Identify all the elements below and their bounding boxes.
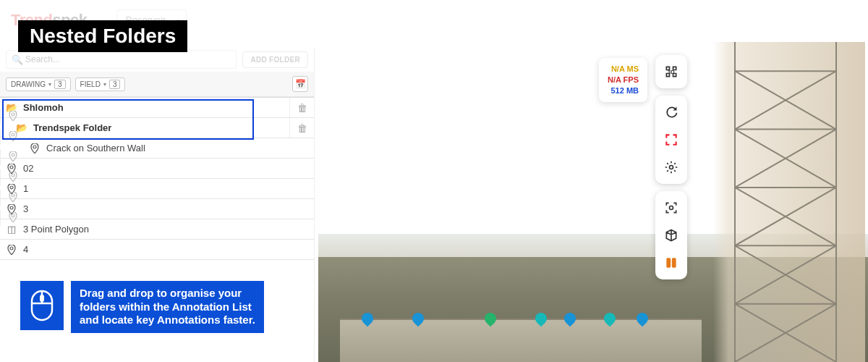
locate-button[interactable] <box>0 190 25 206</box>
svg-text:3D: 3D <box>668 69 675 75</box>
row-label: 02 <box>23 163 33 174</box>
row-label: Crack on Southern Wall <box>46 143 145 153</box>
pin-outline-icon <box>9 131 17 143</box>
annotation-pin[interactable] <box>535 313 547 329</box>
map-pin-icon <box>6 245 17 255</box>
filter-drawing-count: 3 <box>54 80 66 89</box>
tutorial-title: Nested Folders <box>30 25 176 47</box>
annotation-row[interactable]: 02 <box>0 159 314 179</box>
focus-button[interactable] <box>655 194 687 222</box>
tool-group-3 <box>655 191 687 279</box>
annotation-pin[interactable] <box>412 313 424 329</box>
tip-line-3: and locate key Annotations faster. <box>80 313 255 327</box>
annotation-pin[interactable] <box>604 313 616 329</box>
stat-ms: N/A MS <box>608 64 639 75</box>
pin-outline-icon <box>9 111 17 123</box>
svg-point-23 <box>670 206 673 210</box>
locate-button[interactable] <box>0 169 25 185</box>
annotation-pin[interactable] <box>564 313 576 329</box>
annotation-pin[interactable] <box>362 313 373 329</box>
tip-line-1: Drag and drop to organise your <box>80 287 255 300</box>
filter-row: DRAWING ▾ 3 FIELD ▾ 3 📅 <box>0 72 314 97</box>
chevron-down-icon: ▾ <box>48 81 51 88</box>
locate-button[interactable] <box>0 210 25 226</box>
search-icon: 🔍 <box>12 54 23 65</box>
tutorial-banner: Nested Folders <box>18 20 187 52</box>
refresh-button[interactable] <box>655 98 687 126</box>
svg-point-22 <box>670 166 673 169</box>
trash-icon: 🗑 <box>297 122 307 134</box>
map-pin-icon <box>29 143 41 153</box>
folder-row[interactable]: 📂Shlomoh🗑 <box>0 98 314 118</box>
row-label: Shlomoh <box>23 102 64 113</box>
annotation-row[interactable]: ◫3 Point Polygon <box>0 219 314 240</box>
annotation-row[interactable]: 4 <box>0 240 314 260</box>
filter-field-count: 3 <box>109 80 121 89</box>
grid-icon <box>664 256 678 270</box>
focus-icon <box>664 201 678 215</box>
annotation-tree: 📂Shlomoh🗑📂Trendspek Folder🗑Crack on Sout… <box>0 97 314 260</box>
delete-button[interactable]: 🗑 <box>289 118 314 138</box>
svg-rect-25 <box>672 258 676 267</box>
annotation-row[interactable]: 3 <box>0 199 314 219</box>
svg-rect-3 <box>40 295 44 302</box>
pin-outline-icon <box>9 212 17 224</box>
3d-mode-button[interactable]: 3D <box>655 58 687 85</box>
mouse-icon <box>20 281 64 330</box>
annotation-pin[interactable] <box>637 313 648 329</box>
pin-outline-icon <box>9 192 17 204</box>
annotation-row[interactable]: Crack on Southern Wall <box>0 138 314 159</box>
row-label: 4 <box>23 244 28 255</box>
filter-drawing-label: DRAWING <box>11 80 46 88</box>
fullscreen-button[interactable] <box>655 126 687 153</box>
tool-group-2 <box>655 96 687 184</box>
chevron-down-icon: ▾ <box>103 81 106 88</box>
locate-button[interactable] <box>0 129 25 145</box>
trash-icon: 🗑 <box>297 102 307 114</box>
tutorial-tip-text: Drag and drop to organise your folders w… <box>71 281 264 333</box>
folder-row[interactable]: 📂Trendspek Folder🗑 <box>0 118 314 138</box>
delete-button[interactable]: 🗑 <box>289 98 314 117</box>
tower-lattice-icon <box>720 42 851 362</box>
row-label: 3 Point Polygon <box>23 224 89 235</box>
pin-outline-icon <box>9 172 17 184</box>
annotation-pin[interactable] <box>485 313 496 329</box>
locate-button[interactable] <box>0 149 25 165</box>
calendar-button[interactable]: 📅 <box>292 76 308 92</box>
fullscreen-icon <box>664 132 678 147</box>
locate-button[interactable] <box>0 109 25 125</box>
tutorial-tip: Drag and drop to organise your folders w… <box>20 281 264 333</box>
calendar-icon: 📅 <box>295 79 306 89</box>
tool-group-1: 3D <box>655 55 687 88</box>
3d-viewer[interactable]: N/A MS N/A FPS 512 MB 3D <box>318 42 868 362</box>
gear-icon <box>664 160 678 174</box>
pin-outline-icon <box>9 151 17 164</box>
filter-field[interactable]: FIELD ▾ 3 <box>75 77 126 91</box>
stat-fps: N/A FPS <box>608 75 639 85</box>
viewer-stats: N/A MS N/A FPS 512 MB <box>599 58 647 102</box>
annotation-row[interactable]: 1 <box>0 179 314 199</box>
grid-button[interactable] <box>655 249 687 277</box>
row-label: Trendspek Folder <box>33 122 111 133</box>
stat-mb: 512 MB <box>608 85 639 96</box>
cube-button[interactable] <box>655 222 687 249</box>
3d-icon: 3D <box>664 64 678 79</box>
svg-rect-24 <box>666 258 671 267</box>
refresh-icon <box>664 105 678 119</box>
viewer-tower <box>713 42 865 362</box>
tip-line-2: folders within the Annotation List <box>80 300 255 314</box>
add-folder-button[interactable]: ADD FOLDER <box>242 51 308 68</box>
filter-field-label: FIELD <box>80 80 101 88</box>
search-input[interactable] <box>6 50 237 69</box>
filter-drawing[interactable]: DRAWING ▾ 3 <box>6 77 71 91</box>
cube-icon <box>664 228 678 243</box>
settings-button[interactable] <box>655 153 687 181</box>
viewer-toolbar: 3D <box>655 55 687 279</box>
